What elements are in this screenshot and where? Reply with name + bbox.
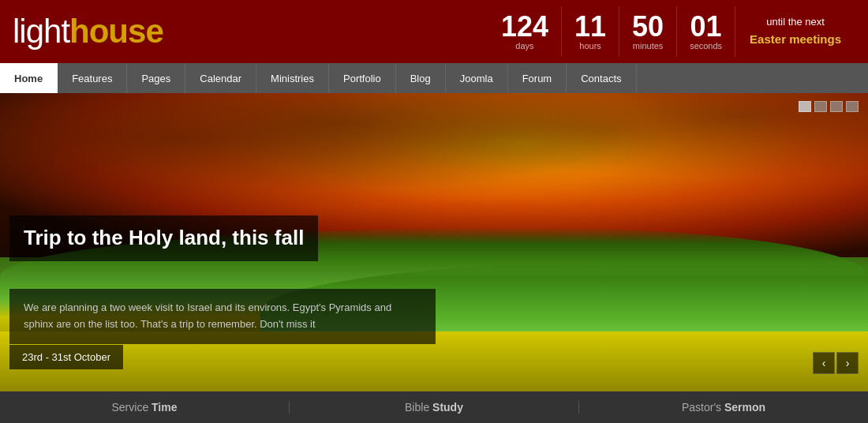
slider-dots [799,101,859,112]
slider-dot-3[interactable] [846,101,859,112]
slide-title: Trip to the Holy land, this fall [24,225,304,252]
prev-slide-button[interactable]: ‹ [813,352,835,374]
nav-item-contacts[interactable]: Contacts [567,63,636,93]
slide-date-box: 23rd - 31st October [9,345,123,369]
nav-item-ministries[interactable]: Ministries [256,63,329,93]
countdown-seconds: 01 seconds [677,6,735,57]
countdown-days: 124 days [488,6,562,57]
footer-bar: Service TimeBible StudyPastor's Sermon [0,391,868,423]
logo-house: house [69,13,163,50]
slide-date: 23rd - 31st October [22,351,110,363]
countdown-minutes: 50 minutes [619,6,677,57]
footer-item-prefix-1: Bible [405,401,432,414]
nav-item-calendar[interactable]: Calendar [185,63,256,93]
footer-item-0[interactable]: Service Time [0,401,290,414]
nav-item-blog[interactable]: Blog [396,63,446,93]
slide-description: We are planning a two week visit to Isra… [24,300,421,333]
countdown-widget: 124 days 11 hours 50 minutes 01 seconds … [488,6,855,57]
days-number: 124 [501,13,548,41]
site-header: lighthouse 124 days 11 hours 50 minutes … [0,0,868,63]
footer-item-prefix-2: Pastor's [682,401,724,414]
slider-dot-1[interactable] [814,101,827,112]
slide-description-box: We are planning a two week visit to Isra… [9,289,436,344]
hero-slider: Trip to the Holy land, this fall We are … [0,93,868,391]
footer-item-prefix-0: Service [111,401,152,414]
footer-item-highlight-1: Study [432,401,463,414]
nav-item-portfolio[interactable]: Portfolio [329,63,396,93]
site-logo[interactable]: lighthouse [13,13,163,51]
footer-item-2[interactable]: Pastor's Sermon [579,401,868,414]
seconds-label: seconds [690,41,722,51]
nav-item-pages[interactable]: Pages [127,63,185,93]
countdown-text: until the next Easter meetings [735,14,855,50]
countdown-hours: 11 hours [562,6,619,57]
slide-title-box: Trip to the Holy land, this fall [9,215,318,261]
event-text: Easter meetings [750,30,841,49]
next-slide-button[interactable]: › [836,352,859,374]
nav-item-home[interactable]: Home [0,63,58,93]
logo-light: light [13,13,69,50]
hours-number: 11 [574,13,606,41]
footer-item-highlight-2: Sermon [724,401,765,414]
until-text: until the next [750,14,841,31]
footer-item-1[interactable]: Bible Study [290,401,579,414]
nav-item-features[interactable]: Features [58,63,127,93]
main-navigation: HomeFeaturesPagesCalendarMinistriesPortf… [0,63,868,93]
footer-item-highlight-0: Time [152,401,177,414]
slider-dot-0[interactable] [799,101,811,112]
minutes-number: 50 [632,13,664,41]
seconds-number: 01 [690,13,722,41]
nav-item-forum[interactable]: Forum [508,63,567,93]
nav-item-joomla[interactable]: Joomla [446,63,508,93]
slider-arrows: ‹ › [813,352,859,374]
slider-dot-2[interactable] [830,101,843,112]
minutes-label: minutes [632,41,664,51]
